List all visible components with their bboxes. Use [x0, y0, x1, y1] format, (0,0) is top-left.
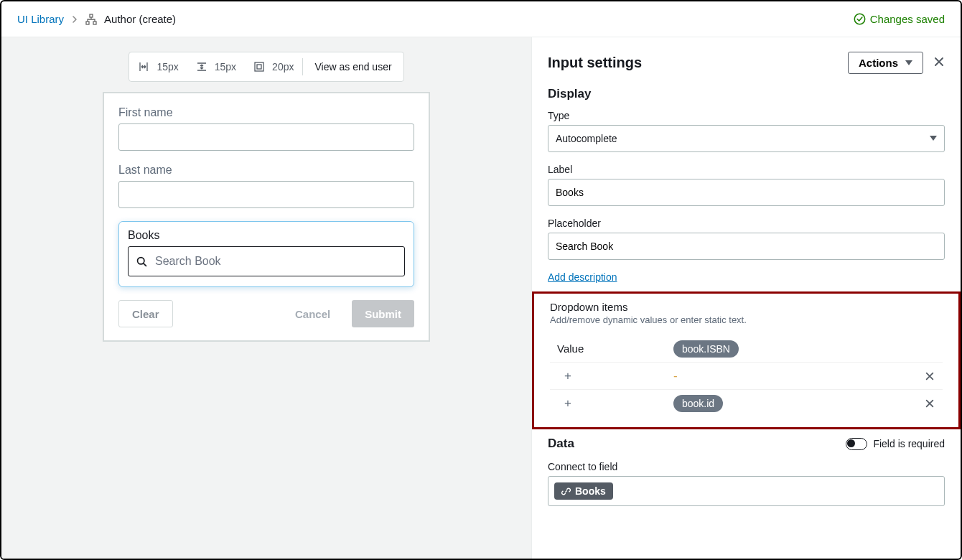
- pad-value: 20px: [272, 61, 294, 73]
- dropdown-items-subtitle: Add/remove dynamic values or enter stati…: [550, 314, 943, 325]
- first-name-input[interactable]: [118, 123, 414, 151]
- books-label: Books: [128, 229, 405, 242]
- remove-row-button[interactable]: [917, 371, 943, 381]
- save-status: Changes saved: [854, 13, 945, 25]
- add-item-button[interactable]: +: [557, 369, 571, 383]
- dash-placeholder: -: [673, 369, 678, 383]
- svg-rect-5: [257, 65, 261, 69]
- gap-horizontal-icon: [138, 61, 149, 73]
- view-as-end-user-link[interactable]: View as end user: [303, 52, 403, 81]
- close-icon: [925, 398, 935, 409]
- type-field: Type Autocomplete: [548, 110, 945, 152]
- cancel-button[interactable]: Cancel: [282, 300, 343, 327]
- search-icon: [136, 256, 148, 268]
- form-preview: First name Last name Books Clear: [103, 92, 430, 342]
- actions-label: Actions: [859, 57, 898, 69]
- padding-control[interactable]: 20px: [245, 52, 302, 81]
- canvas-area: 15px 15px 20px View as end user First na…: [1, 37, 531, 559]
- svg-rect-2: [93, 22, 96, 24]
- type-label: Type: [548, 110, 945, 121]
- data-section-title: Data: [548, 437, 574, 451]
- required-label: Field is required: [873, 438, 945, 449]
- isbn-pill[interactable]: book.ISBN: [673, 340, 739, 358]
- placeholder-label: Placeholder: [548, 218, 945, 229]
- close-panel-button[interactable]: [933, 56, 945, 70]
- chevron-right-icon: [71, 13, 78, 25]
- connect-to-field-input[interactable]: Books: [548, 476, 945, 506]
- breadcrumb-current: Author (create): [104, 13, 176, 25]
- required-toggle-wrap: Field is required: [846, 438, 945, 450]
- svg-point-3: [854, 14, 864, 24]
- padding-icon: [253, 61, 265, 73]
- connect-value: Books: [575, 485, 606, 497]
- last-name-input[interactable]: [118, 181, 414, 208]
- svg-rect-1: [86, 22, 89, 24]
- first-name-field: First name: [118, 106, 414, 151]
- link-icon: [561, 487, 571, 496]
- gap-v-value: 15px: [215, 61, 236, 73]
- first-name-label: First name: [118, 106, 414, 119]
- caret-down-icon: [930, 136, 937, 141]
- sitemap-icon: [85, 14, 97, 25]
- display-section-title: Display: [548, 87, 945, 101]
- breadcrumb-root-link[interactable]: UI Library: [17, 13, 64, 25]
- connect-label: Connect to field: [548, 461, 945, 472]
- svg-rect-0: [90, 14, 93, 17]
- type-value: Autocomplete: [556, 133, 617, 144]
- dropdown-row-empty: + -: [550, 363, 943, 390]
- bookid-pill[interactable]: book.id: [673, 395, 723, 412]
- data-section-header: Data Field is required: [548, 437, 945, 451]
- submit-button[interactable]: Submit: [352, 300, 414, 327]
- dropdown-items-title: Dropdown items: [550, 301, 943, 313]
- value-label: Value: [550, 342, 673, 355]
- canvas-toolbar: 15px 15px 20px View as end user: [129, 52, 403, 82]
- save-status-text: Changes saved: [870, 13, 945, 25]
- add-item-button[interactable]: +: [557, 396, 571, 410]
- books-search-wrap: [128, 246, 405, 276]
- gap-vertical-icon: [196, 61, 207, 73]
- clear-button[interactable]: Clear: [118, 300, 173, 327]
- gap-h-value: 15px: [157, 61, 178, 73]
- placeholder-input[interactable]: [548, 233, 945, 260]
- form-actions: Clear Cancel Submit: [118, 300, 414, 327]
- label-input[interactable]: [548, 179, 945, 206]
- top-bar: UI Library Author (create) Changes saved: [1, 1, 961, 37]
- dropdown-row-id: + book.id: [550, 390, 943, 417]
- check-circle-icon: [854, 13, 866, 25]
- required-toggle[interactable]: [846, 438, 867, 450]
- caret-down-icon: [905, 60, 912, 66]
- gap-horizontal-control[interactable]: 15px: [129, 52, 187, 81]
- gap-vertical-control[interactable]: 15px: [187, 52, 245, 81]
- remove-row-button[interactable]: [917, 398, 943, 409]
- input-settings-panel: Input settings Actions Display Type Auto…: [531, 37, 961, 559]
- type-select[interactable]: Autocomplete: [548, 125, 945, 152]
- svg-rect-4: [255, 62, 263, 71]
- actions-button[interactable]: Actions: [848, 52, 923, 74]
- add-description-link[interactable]: Add description: [548, 271, 617, 283]
- last-name-label: Last name: [118, 164, 414, 177]
- placeholder-field: Placeholder: [548, 218, 945, 260]
- dropdown-items-highlight: Dropdown items Add/remove dynamic values…: [532, 291, 961, 429]
- connect-field: Connect to field Books: [548, 461, 945, 506]
- label-field: Label: [548, 164, 945, 206]
- books-field-selected[interactable]: Books: [118, 221, 414, 287]
- close-icon: [925, 371, 935, 381]
- close-icon: [933, 56, 945, 67]
- dropdown-row-value: Value book.ISBN: [550, 335, 943, 363]
- label-label: Label: [548, 164, 945, 175]
- panel-header: Input settings Actions: [548, 52, 945, 74]
- last-name-field: Last name: [118, 164, 414, 208]
- books-search-input[interactable]: [155, 255, 397, 268]
- panel-title: Input settings: [548, 55, 642, 71]
- connect-pill[interactable]: Books: [554, 482, 613, 500]
- breadcrumb: UI Library Author (create): [17, 13, 176, 25]
